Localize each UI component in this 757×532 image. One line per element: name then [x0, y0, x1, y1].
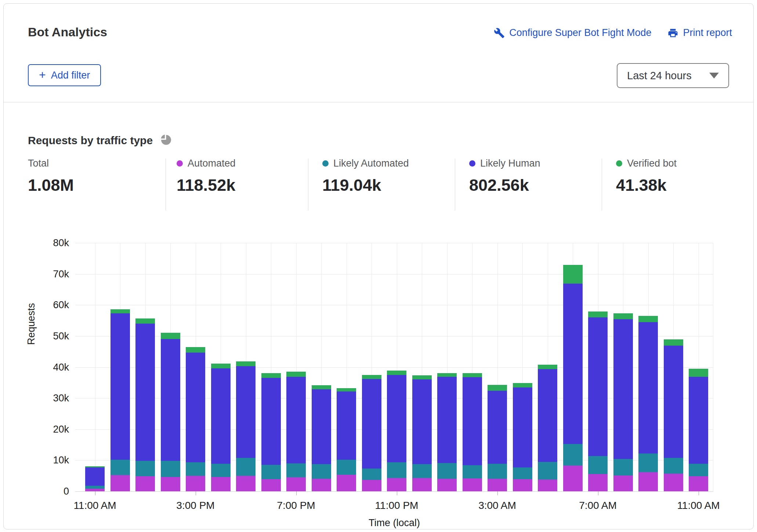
bar-segment-likely-human[interactable]	[161, 339, 180, 461]
bar-segment-likely-automated[interactable]	[613, 459, 633, 475]
bar-5-00-pm[interactable]	[236, 361, 256, 491]
bar-segment-likely-human[interactable]	[261, 378, 281, 465]
bar-segment-automated[interactable]	[588, 474, 608, 491]
bar-segment-verified-bot[interactable]	[588, 311, 608, 317]
bar-segment-likely-human[interactable]	[186, 353, 205, 463]
bar-segment-likely-automated[interactable]	[513, 467, 532, 479]
bar-segment-automated[interactable]	[563, 466, 583, 491]
bar-segment-automated[interactable]	[538, 480, 557, 491]
bar-segment-likely-automated[interactable]	[538, 462, 557, 479]
bar-segment-likely-human[interactable]	[613, 319, 633, 459]
stat-verified-bot[interactable]: Verified bot41.38k	[616, 158, 677, 195]
bar-segment-likely-automated[interactable]	[588, 456, 608, 474]
bar-segment-verified-bot[interactable]	[437, 373, 457, 377]
bar-segment-likely-automated[interactable]	[211, 464, 231, 477]
bar-segment-automated[interactable]	[236, 476, 256, 491]
bar-11-00-am[interactable]	[689, 369, 708, 491]
bar-segment-likely-human[interactable]	[412, 379, 432, 464]
bar-segment-likely-human[interactable]	[337, 391, 356, 460]
time-range-dropdown[interactable]: Last 24 hours	[617, 63, 729, 88]
bar-segment-likely-automated[interactable]	[689, 464, 708, 476]
bar-segment-automated[interactable]	[85, 489, 105, 491]
print-report-link[interactable]: Print report	[667, 27, 732, 39]
bar-segment-likely-automated[interactable]	[161, 461, 180, 477]
bar-segment-verified-bot[interactable]	[638, 316, 658, 322]
bar-segment-likely-human[interactable]	[236, 366, 256, 458]
bar-segment-verified-bot[interactable]	[261, 373, 281, 378]
bar-segment-likely-automated[interactable]	[412, 464, 432, 478]
bar-segment-verified-bot[interactable]	[387, 371, 406, 375]
bar-segment-likely-automated[interactable]	[488, 464, 507, 479]
bar-segment-automated[interactable]	[312, 479, 331, 491]
bar-segment-likely-human[interactable]	[538, 369, 557, 462]
bar-1-00-am[interactable]	[437, 373, 457, 491]
stat-total[interactable]: Total1.08M	[28, 158, 74, 195]
bar-segment-likely-automated[interactable]	[312, 464, 331, 479]
bar-segment-automated[interactable]	[412, 478, 432, 491]
bar-5-00-am[interactable]	[538, 365, 557, 491]
bar-segment-automated[interactable]	[437, 479, 457, 491]
bar-segment-likely-automated[interactable]	[286, 463, 306, 477]
bar-segment-verified-bot[interactable]	[362, 375, 381, 379]
bar-segment-likely-automated[interactable]	[85, 486, 105, 489]
bar-segment-likely-human[interactable]	[211, 368, 231, 464]
bar-segment-automated[interactable]	[689, 476, 708, 491]
bar-12-00-pm[interactable]	[111, 309, 130, 491]
bar-segment-likely-human[interactable]	[111, 313, 130, 460]
bar-segment-verified-bot[interactable]	[563, 265, 583, 284]
bar-segment-likely-human[interactable]	[588, 317, 608, 456]
bar-segment-automated[interactable]	[211, 477, 231, 491]
bar-segment-automated[interactable]	[111, 475, 130, 491]
bar-segment-automated[interactable]	[638, 472, 658, 491]
bar-segment-likely-human[interactable]	[437, 377, 457, 463]
bar-12-00-am[interactable]	[412, 375, 432, 491]
bar-6-00-pm[interactable]	[261, 373, 281, 491]
bar-segment-verified-bot[interactable]	[236, 361, 256, 366]
bar-segment-automated[interactable]	[362, 480, 381, 491]
bar-segment-automated[interactable]	[513, 479, 532, 491]
bar-segment-automated[interactable]	[286, 477, 306, 491]
bar-segment-automated[interactable]	[161, 477, 180, 491]
bar-segment-verified-bot[interactable]	[664, 339, 683, 346]
bar-segment-likely-automated[interactable]	[135, 461, 155, 476]
bar-segment-likely-human[interactable]	[286, 377, 306, 463]
bar-9-00-am[interactable]	[638, 316, 658, 491]
bar-8-00-am[interactable]	[613, 313, 633, 491]
bar-segment-verified-bot[interactable]	[186, 347, 205, 352]
bar-7-00-pm[interactable]	[286, 372, 306, 491]
stat-likely-automated[interactable]: Likely Automated119.04k	[322, 158, 409, 195]
bar-segment-verified-bot[interactable]	[211, 364, 231, 368]
bar-segment-automated[interactable]	[337, 475, 356, 491]
bar-segment-verified-bot[interactable]	[689, 369, 708, 377]
bar-segment-verified-bot[interactable]	[513, 383, 532, 387]
bar-segment-likely-automated[interactable]	[437, 463, 457, 479]
bar-segment-likely-human[interactable]	[135, 324, 155, 461]
bar-segment-likely-automated[interactable]	[387, 462, 406, 478]
bar-segment-verified-bot[interactable]	[111, 309, 130, 313]
bar-segment-likely-human[interactable]	[664, 346, 683, 458]
bar-segment-automated[interactable]	[664, 474, 683, 491]
bar-segment-verified-bot[interactable]	[161, 333, 180, 339]
bar-segment-verified-bot[interactable]	[613, 313, 633, 319]
stat-likely-human[interactable]: Likely Human802.56k	[469, 158, 540, 195]
add-filter-button[interactable]: + Add filter	[28, 64, 101, 86]
bar-3-00-pm[interactable]	[186, 347, 205, 491]
bar-segment-likely-human[interactable]	[312, 389, 331, 464]
bar-segment-likely-automated[interactable]	[362, 469, 381, 480]
bar-segment-automated[interactable]	[488, 479, 507, 491]
configure-super-bot-fight-mode-link[interactable]: Configure Super Bot Fight Mode	[494, 27, 651, 39]
bar-segment-automated[interactable]	[613, 475, 633, 491]
bar-segment-verified-bot[interactable]	[412, 375, 432, 380]
bar-segment-automated[interactable]	[186, 476, 205, 491]
bar-segment-verified-bot[interactable]	[337, 388, 356, 391]
bar-segment-likely-automated[interactable]	[463, 465, 482, 478]
bar-segment-likely-human[interactable]	[689, 377, 708, 464]
bar-11-00-pm[interactable]	[387, 371, 406, 491]
bar-segment-likely-automated[interactable]	[563, 444, 583, 465]
bar-4-00-pm[interactable]	[211, 364, 231, 491]
bar-6-00-am[interactable]	[563, 265, 583, 491]
bar-7-00-am[interactable]	[588, 311, 608, 491]
bar-segment-verified-bot[interactable]	[85, 466, 105, 467]
bar-segment-likely-human[interactable]	[563, 284, 583, 444]
bar-2-00-am[interactable]	[463, 373, 482, 491]
